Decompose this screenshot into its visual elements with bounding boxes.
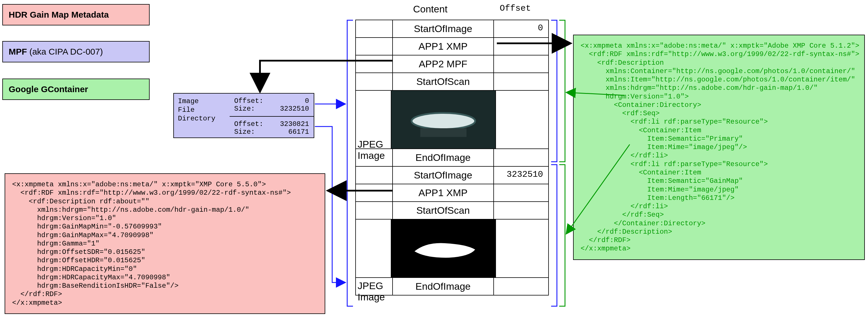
sos-1: StartOfScan <box>393 202 494 219</box>
legend-gcontainer: Google GContainer <box>2 78 150 100</box>
app1-xmp-1: APP1 XMP <box>393 184 494 201</box>
ifd-title: Image File Directory <box>174 94 230 137</box>
jpeg-caption-1: JPEG Image <box>358 280 395 303</box>
app2-mpf: APP2 MPF <box>393 56 494 72</box>
svg-rect-3 <box>420 128 466 137</box>
soi-0: StartOfImage <box>393 20 494 37</box>
gainmap-image-thumb <box>392 220 496 277</box>
legend-hdr-gainmap: HDR Gain Map Metadata <box>2 4 150 25</box>
eoi-1: EndOfImage <box>393 278 494 295</box>
legend-mpf: MPF (aka CIPA DC-007) <box>2 41 150 62</box>
column-header-offset: Offset <box>500 3 531 13</box>
xmp-hdrgm-code: <x:xmpmeta xmlns:x="adobe:ns:meta/" x:xm… <box>5 173 325 314</box>
xmp-gcontainer-code: <x:xmpmeta xmlns:x="adobe:ns:meta/" x:xm… <box>573 35 865 260</box>
column-header-content: Content <box>413 3 447 15</box>
ifd-box: Image File Directory Offset: 0 Size: 323… <box>173 93 314 138</box>
eoi-0: EndOfImage <box>393 149 494 166</box>
sos-0: StartOfScan <box>393 73 494 90</box>
offset-0: 0 <box>494 20 549 37</box>
ifd-entry-1: Offset: 3230821 Size: 66171 <box>230 117 314 139</box>
jpeg-caption-0: JPEG Image <box>358 139 395 161</box>
offset-1: 3232510 <box>494 167 549 184</box>
ifd-entry-0: Offset: 0 Size: 3232510 <box>230 94 314 117</box>
diagram-root: { "legend": { "hdr": "HDR Gain Map Metad… <box>0 0 868 316</box>
app1-xmp-0: APP1 XMP <box>393 38 494 55</box>
primary-image-thumb <box>392 91 496 149</box>
soi-1: StartOfImage <box>393 167 494 184</box>
